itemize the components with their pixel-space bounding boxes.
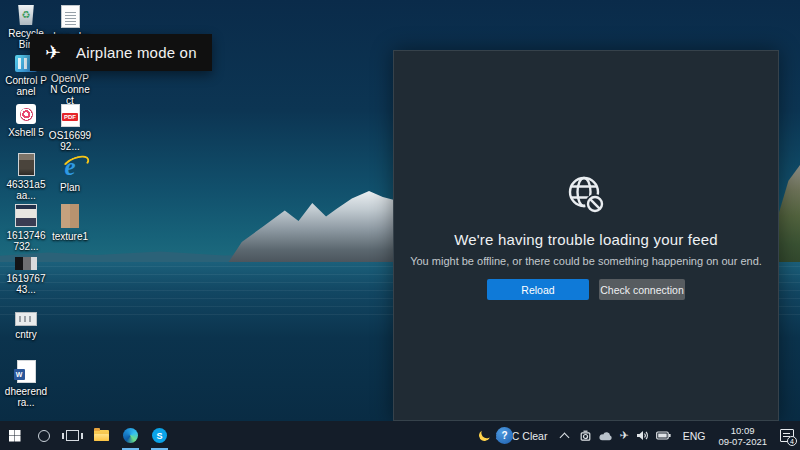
- desktop-icon-texture1[interactable]: texture1: [48, 204, 92, 242]
- desktop-icon-label: OS1669992...: [48, 130, 92, 152]
- desktop-icon-label: texture1: [52, 231, 88, 242]
- windows-logo-icon: [9, 430, 21, 442]
- skype-button[interactable]: S: [145, 421, 174, 450]
- desktop-icon-plan[interactable]: Plan: [48, 153, 92, 193]
- desktop-icon-label: OpenVPN Connect: [48, 73, 92, 106]
- desktop-icon-image: [15, 312, 37, 326]
- desktop-icon-image: [64, 153, 75, 179]
- desktop-icon-label: Control Panel: [4, 75, 48, 97]
- show-hidden-icons-chevron[interactable]: [560, 432, 570, 442]
- desktop-icon-label: 46331a5aa...: [4, 179, 48, 201]
- desktop-icon-label: Xshell 5: [8, 127, 44, 138]
- action-center-button[interactable]: 4: [777, 421, 797, 450]
- airplane-mode-toast-label: Airplane mode on: [76, 44, 197, 61]
- desktop-icon-xshell-5[interactable]: Xshell 5: [4, 104, 48, 138]
- airplane-mode-tray-icon[interactable]: ✈: [619, 430, 628, 441]
- desktop-icon-image: [61, 5, 80, 28]
- desktop-icon-1613746732-image[interactable]: 1613746732...: [4, 204, 48, 252]
- desktop-icon-label: Plan: [60, 182, 80, 193]
- taskbar: S ? 30°C Clear ✈: [0, 421, 800, 450]
- desktop-icon-cntry[interactable]: cntry: [4, 312, 48, 340]
- cortana-search-button[interactable]: [29, 421, 58, 450]
- question-mark-icon: ?: [496, 427, 513, 444]
- language-indicator[interactable]: ENG: [683, 430, 706, 442]
- reload-button[interactable]: Reload: [487, 279, 589, 300]
- desktop-icon-image: [15, 204, 37, 227]
- clock-time: 10:09: [718, 425, 767, 436]
- desktop: Recycle Bin drag_drop Control Panel Open…: [0, 0, 800, 421]
- volume-icon[interactable]: [636, 430, 649, 441]
- desktop-icon-image: [61, 204, 79, 228]
- desktop-icon-image: [15, 257, 37, 270]
- onedrive-cloud-icon[interactable]: [598, 431, 612, 441]
- desktop-icon-label: dheerendra...: [4, 386, 48, 408]
- feed-error-subtitle: You might be offline, or there could be …: [410, 255, 762, 267]
- desktop-icon-label: 161976743...: [4, 273, 48, 295]
- desktop-icon-image: [18, 5, 35, 25]
- cortana-circle-icon: [38, 430, 50, 442]
- desktop-icon-os1669992-pdf[interactable]: OS1669992...: [48, 104, 92, 152]
- file-explorer-button[interactable]: [87, 421, 116, 450]
- desktop-icon-image: [16, 104, 36, 124]
- openvpn-tray-icon[interactable]: [580, 430, 591, 442]
- taskbar-system-tray-area: 30°C Clear ✈ ENG 1: [473, 421, 800, 450]
- airplane-icon: ✈: [45, 43, 61, 62]
- notification-badge: 4: [787, 436, 797, 446]
- start-button[interactable]: [0, 421, 29, 450]
- desktop-icon-image: [61, 104, 80, 127]
- desktop-icon-label: cntry: [15, 329, 37, 340]
- globe-offline-icon: [564, 173, 608, 217]
- desktop-icon-image: [17, 360, 36, 383]
- clock-date: 09-07-2021: [718, 436, 767, 447]
- task-view-button[interactable]: [58, 421, 87, 450]
- desktop-icon-dheerendra-doc[interactable]: dheerendra...: [4, 360, 48, 408]
- check-connection-button[interactable]: Check connection: [599, 279, 685, 300]
- desktop-icon-161976743-image[interactable]: 161976743...: [4, 257, 48, 295]
- tray-icons: ✈: [580, 430, 670, 442]
- airplane-mode-toast: ✈ Airplane mode on: [30, 34, 212, 71]
- desktop-icon-image: [18, 153, 35, 176]
- folder-icon: [94, 430, 109, 441]
- desktop-icon-46331a5aa-image[interactable]: 46331a5aa...: [4, 153, 48, 201]
- clock[interactable]: 10:09 09-07-2021: [718, 425, 767, 447]
- task-view-icon: [66, 430, 79, 441]
- desktop-icon-label: 1613746732...: [4, 230, 48, 252]
- feed-error-title: We're having trouble loading your feed: [454, 231, 718, 248]
- skype-icon: S: [152, 428, 167, 443]
- feed-error-actions: Reload Check connection: [487, 279, 685, 300]
- battery-icon[interactable]: [656, 431, 671, 440]
- news-feed-panel: We're having trouble loading your feed Y…: [393, 50, 779, 421]
- edge-button[interactable]: [116, 421, 145, 450]
- edge-icon: [123, 428, 138, 443]
- get-help-button[interactable]: ?: [490, 421, 519, 450]
